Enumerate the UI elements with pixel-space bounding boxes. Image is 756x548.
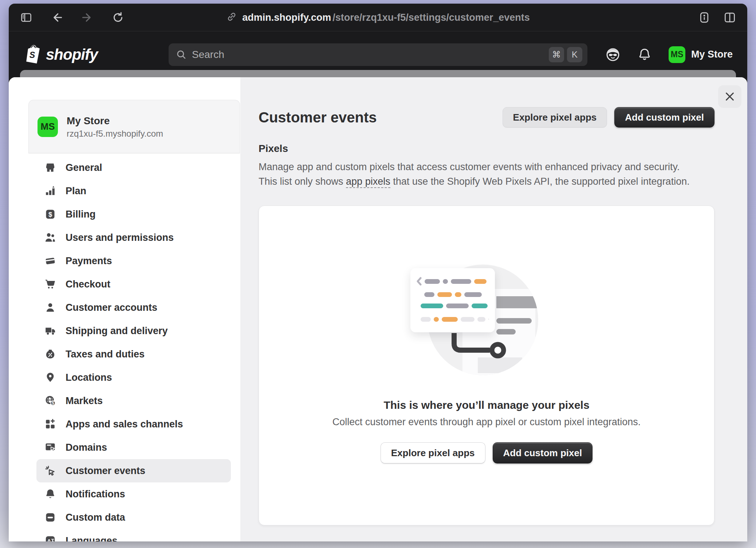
person-icon: [44, 302, 56, 313]
empty-state-subtitle: Collect customer events through app pixe…: [332, 415, 641, 429]
sidebar-item-customer-accounts[interactable]: Customer accounts: [36, 296, 231, 319]
pixels-illustration: [346, 215, 627, 383]
sidebar-item-label: Domains: [66, 442, 107, 453]
settings-sidebar: MS My Store rzq1xu-f5.myshopify.com Gene…: [9, 77, 240, 541]
sidebar-item-label: Shipping and delivery: [66, 325, 168, 337]
app-pixels-link[interactable]: app pixels: [346, 176, 390, 188]
desc-text: This list only shows: [259, 176, 346, 187]
svg-text:S: S: [29, 50, 35, 60]
split-view-icon[interactable]: [722, 10, 737, 25]
account-avatar: MS: [669, 46, 685, 63]
desc-text: that use the Shopify Web Pixels API, the…: [390, 176, 690, 187]
shopify-bag-icon: S: [23, 44, 42, 65]
pixels-heading: Pixels: [259, 143, 714, 154]
browser-window: admin.shopify.com/store/rzq1xu-f5/settin…: [9, 4, 747, 541]
explore-pixel-apps-button-card[interactable]: Explore pixel apps: [381, 442, 485, 463]
sidebar-item-general[interactable]: General: [36, 156, 231, 179]
svg-text:$: $: [52, 401, 54, 405]
sidebar-toggle-icon[interactable]: [19, 10, 34, 25]
add-custom-pixel-button[interactable]: Add custom pixel: [614, 107, 714, 128]
pixel-cursor-icon: [44, 465, 56, 477]
sidebar-item-notifications[interactable]: Notifications: [36, 482, 231, 506]
sidekick-icon[interactable]: [605, 47, 621, 62]
sidebar-item-label: Apps and sales channels: [66, 419, 183, 430]
sidebar-item-payments[interactable]: Payments: [36, 249, 231, 273]
sidebar-item-label: Taxes and duties: [66, 349, 145, 360]
forward-icon[interactable]: [80, 10, 95, 25]
sidebar-item-label: Notifications: [66, 489, 125, 500]
bell-icon: [44, 488, 56, 500]
sidebar-item-billing[interactable]: $ Billing: [36, 203, 231, 226]
chevron-right-icon: [488, 315, 489, 324]
sidebar-item-plan[interactable]: Plan: [36, 179, 231, 203]
search-input[interactable]: Search ⌘ K: [169, 43, 587, 66]
sidebar-item-taxes-and-duties[interactable]: Taxes and duties: [36, 342, 231, 366]
pixels-empty-state-card: This is where you’ll manage your pixels …: [259, 206, 714, 525]
back-icon[interactable]: [50, 10, 64, 25]
store-card-domain: rzq1xu-f5.myshopify.com: [67, 129, 163, 139]
url-domain: admin.shopify.com: [242, 12, 331, 23]
explore-pixel-apps-button[interactable]: Explore pixel apps: [503, 107, 607, 128]
store-card[interactable]: MS My Store rzq1xu-f5.myshopify.com: [28, 100, 240, 153]
url-path: /store/rzq1xu-f5/settings/customer_event…: [332, 12, 530, 23]
sidebar-item-checkout[interactable]: Checkout: [36, 273, 231, 296]
sidebar-item-languages[interactable]: A Languages: [36, 529, 231, 541]
store-card-name: My Store: [67, 114, 163, 127]
account-name: My Store: [691, 49, 733, 60]
chevron-left-icon: [416, 277, 422, 286]
sidebar-item-label: Plan: [66, 185, 86, 197]
sidebar-item-domains[interactable]: Domains: [36, 436, 231, 459]
sidebar-item-label: Customer events: [66, 465, 145, 477]
shopify-logo[interactable]: S shopify: [23, 44, 98, 65]
sidebar-item-label: Languages: [66, 535, 118, 542]
billing-icon: $: [44, 208, 56, 220]
custom-data-icon: [44, 512, 56, 523]
sidebar-item-markets[interactable]: $ Markets: [36, 389, 231, 412]
languages-icon: A: [44, 535, 56, 541]
close-icon: [724, 90, 736, 103]
domains-icon: [44, 442, 56, 453]
search-shortcut: ⌘ K: [549, 47, 582, 62]
sidebar-item-custom-data[interactable]: Custom data: [36, 506, 231, 529]
svg-text:$: $: [48, 211, 52, 218]
location-pin-icon: [44, 372, 56, 383]
cmd-key: ⌘: [549, 47, 564, 62]
search-icon: [176, 49, 187, 60]
notifications-bell-icon[interactable]: [637, 47, 652, 62]
k-key: K: [567, 47, 582, 62]
plan-icon: [44, 185, 56, 197]
sidebar-item-label: Customer accounts: [66, 302, 157, 313]
sidebar-item-users-and-permissions[interactable]: Users and permissions: [36, 226, 231, 249]
shopify-wordmark: shopify: [46, 46, 98, 63]
store-icon: [44, 162, 56, 173]
empty-state-title: This is where you’ll manage your pixels: [383, 398, 589, 412]
browser-chrome: admin.shopify.com/store/rzq1xu-f5/settin…: [9, 4, 747, 31]
pixels-description-line2: This list only shows app pixels that use…: [259, 174, 714, 189]
page-title: Customer events: [259, 108, 377, 127]
globe-icon: $: [44, 395, 56, 407]
sidebar-item-label: Payments: [66, 255, 112, 267]
sidebar-item-label: Locations: [66, 372, 112, 383]
code-snippet-card: [410, 268, 495, 332]
taxes-icon: [44, 348, 56, 360]
settings-modal: MS My Store rzq1xu-f5.myshopify.com Gene…: [9, 77, 747, 541]
address-bar[interactable]: admin.shopify.com/store/rzq1xu-f5/settin…: [226, 4, 530, 31]
reload-icon[interactable]: [111, 10, 125, 25]
sidebar-item-locations[interactable]: Locations: [36, 366, 231, 389]
settings-main: Customer events Explore pixel apps Add c…: [240, 77, 747, 541]
store-avatar: MS: [38, 117, 58, 137]
sidebar-item-label: General: [66, 162, 102, 173]
sidebar-item-label: Markets: [66, 395, 103, 407]
sidebar-item-customer-events[interactable]: Customer events: [36, 459, 231, 482]
close-button[interactable]: [718, 85, 741, 108]
apps-icon: [44, 418, 56, 430]
account-menu[interactable]: MS My Store: [669, 46, 733, 63]
sidebar-item-shipping-and-delivery[interactable]: Shipping and delivery: [36, 319, 231, 342]
tune-icon[interactable]: [697, 10, 712, 25]
add-custom-pixel-button-card[interactable]: Add custom pixel: [493, 442, 593, 463]
truck-icon: [44, 325, 56, 337]
cart-icon: [44, 278, 56, 290]
search-placeholder: Search: [192, 49, 224, 60]
sidebar-item-apps-and-sales-channels[interactable]: Apps and sales channels: [36, 412, 231, 436]
svg-text:A: A: [47, 538, 51, 541]
